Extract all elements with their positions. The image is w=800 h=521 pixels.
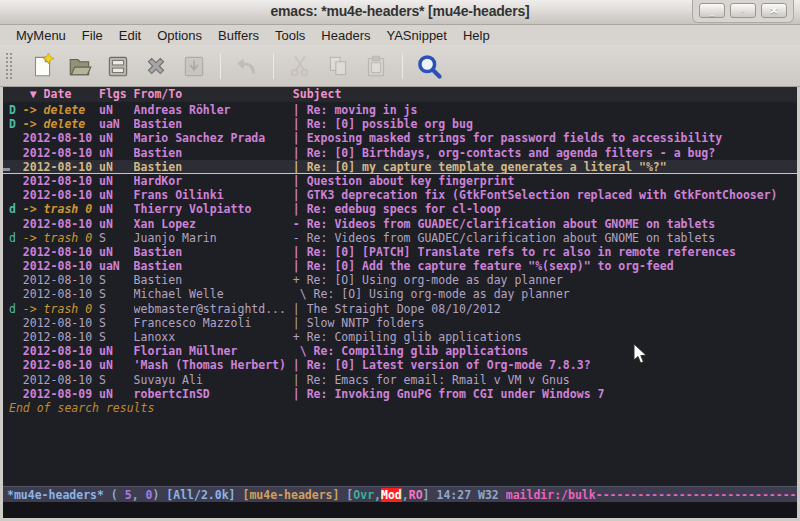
message-from: Mario Sanchez Prada [134, 131, 293, 145]
window-title: emacs: *mu4e-headers* [mu4e-headers] [0, 3, 800, 19]
modeline-segment: , [132, 488, 146, 502]
message-row[interactable]: 2012-08-10uaNBastien| Re: [0] Add the ca… [3, 259, 797, 273]
window-controls: _▫✕ [692, 0, 794, 23]
delete-button[interactable] [141, 51, 171, 81]
toolbar-grip-handle[interactable] [5, 52, 13, 80]
mark-flag: d [9, 302, 23, 316]
message-row[interactable]: 2012-08-10uN'Mash (Thomas Herbert)| Re: … [3, 358, 797, 372]
new-file-button[interactable] [27, 51, 57, 81]
save-as-button [179, 51, 209, 81]
modeline-segment: , [402, 488, 409, 502]
toolbar [0, 45, 800, 87]
message-row[interactable]: 2012-08-10uNXan Lopez- Re: Videos from G… [3, 217, 797, 231]
message-from: Bastien [134, 117, 293, 131]
message-row[interactable]: 2012-08-10uNFlorian Müllner \ Re: Compil… [3, 344, 797, 358]
emacs-window: emacs: *mu4e-headers* [mu4e-headers] _▫✕… [0, 0, 800, 521]
message-subject: | Re: [0] possible org bug [293, 117, 797, 131]
message-row[interactable]: 2012-08-10SBastien+ Re: [O] Using org-mo… [3, 273, 797, 287]
save-button[interactable] [103, 51, 133, 81]
menu-edit[interactable]: Edit [111, 26, 149, 45]
message-row[interactable]: 2012-08-10SFrancesco Mazzoli| Slow NNTP … [3, 316, 797, 330]
column-header-subject[interactable]: Subject [293, 87, 797, 102]
menu-help[interactable]: Help [455, 26, 498, 45]
modeline-segment: *mu4e-headers* [7, 488, 104, 502]
message-row[interactable]: 2012-08-10uNFrans Oilinki| GTK3 deprecat… [3, 188, 797, 202]
search-button[interactable] [414, 51, 444, 81]
column-header-date[interactable]: ▼ Date [23, 87, 99, 102]
message-flags: uaN [99, 117, 134, 131]
message-subject: | Exposing masked strings for password f… [293, 131, 797, 145]
message-row[interactable]: D-> deleteuNAndreas Röhler| Re: moving i… [3, 103, 797, 117]
open-folder-button[interactable] [65, 51, 95, 81]
menu-headers[interactable]: Headers [313, 26, 378, 45]
mark-flag [9, 146, 23, 160]
message-subject: | Re: [0] Birthdays, org-contacts and ag… [293, 146, 797, 160]
message-row[interactable]: 2012-08-10uNBastien| Re: [0] my capture … [3, 160, 797, 174]
pending-action: -> trash 0 [23, 302, 99, 316]
cut-icon [287, 53, 313, 79]
menu-buffers[interactable]: Buffers [210, 26, 267, 45]
message-row[interactable]: d-> trash 0uNThierry Volpiatto| Re: edeb… [3, 202, 797, 216]
modeline-segment [236, 488, 243, 502]
end-of-results-text: End of search results [3, 401, 797, 415]
mark-flag [9, 259, 23, 273]
mark-flag: d [9, 231, 23, 245]
menu-options[interactable]: Options [149, 26, 210, 45]
message-subject: + Re: [O] Using org-mode as day planner [293, 273, 797, 287]
message-row[interactable]: 2012-08-10uNHardKor| Question about key … [3, 174, 797, 188]
message-flags: S [99, 231, 134, 245]
column-header-flags[interactable]: Flgs [99, 87, 134, 102]
paste-icon [363, 53, 389, 79]
message-date: 2012-08-10 [23, 131, 99, 145]
undo-icon [234, 53, 260, 79]
mark-flag [9, 188, 23, 202]
message-row[interactable]: 2012-08-10uNMario Sanchez Prada| Exposin… [3, 131, 797, 145]
message-row[interactable]: d-> trash 0SJuanjo Marin- Re: Videos fro… [3, 231, 797, 245]
message-date: 2012-08-10 [23, 273, 99, 287]
message-subject: | Slow NNTP folders [293, 316, 797, 330]
mark-flag: D [9, 117, 23, 131]
maximize-button[interactable]: ▫ [730, 3, 756, 18]
echo-area[interactable] [3, 502, 797, 518]
message-flags: uN [99, 245, 134, 259]
message-date: 2012-08-10 [23, 316, 99, 330]
mark-flag [9, 273, 23, 287]
message-from: Lanoxx [134, 330, 293, 344]
message-row[interactable]: 2012-08-09uNrobertcInSD| Re: Invoking Gn… [3, 387, 797, 401]
message-flags: uN [99, 202, 134, 216]
save-icon [105, 53, 131, 79]
cut-button [285, 51, 315, 81]
message-from: Bastien [134, 259, 293, 273]
close-button[interactable]: ✕ [761, 3, 787, 18]
message-row[interactable]: 2012-08-10SMichael Welle \ Re: [O] Using… [3, 287, 797, 301]
message-row[interactable]: D-> deleteuaNBastien| Re: [0] possible o… [3, 117, 797, 131]
message-from: Andreas Röhler [134, 103, 293, 117]
menu-tools[interactable]: Tools [267, 26, 313, 45]
message-row[interactable]: 2012-08-10SLanoxx+ Re: Compiling glib ap… [3, 330, 797, 344]
message-row[interactable]: 2012-08-10SSuvayu Ali| Re: Emacs for ema… [3, 373, 797, 387]
message-subject: | Re: edebug specs for cl-loop [293, 202, 797, 216]
message-row[interactable]: 2012-08-10uNBastien| Re: [0] Birthdays, … [3, 146, 797, 160]
message-flags: uN [99, 131, 134, 145]
message-from: Bastien [134, 146, 293, 160]
minimize-button[interactable]: _ [699, 3, 725, 18]
pending-action: -> delete [23, 103, 99, 117]
message-subject: - Re: Videos from GUADEC/clarification a… [293, 217, 797, 231]
menu-file[interactable]: File [74, 26, 111, 45]
modeline-segment: 14:27 [436, 488, 471, 502]
mark-flag [9, 131, 23, 145]
message-row[interactable]: 2012-08-10uNBastien| Re: [0] [PATCH] Tra… [3, 245, 797, 259]
message-from: Florian Müllner [134, 344, 293, 358]
mark-flag [9, 245, 23, 259]
modeline-segment: ---------------------------------- [596, 488, 797, 502]
mark-flag [9, 217, 23, 231]
message-row[interactable]: d-> trash 0Swebmaster@straightd...| The … [3, 302, 797, 316]
menu-mymenu[interactable]: MyMenu [8, 26, 74, 45]
column-header-from[interactable]: From/To [134, 87, 293, 102]
copy-button [323, 51, 353, 81]
delete-icon [143, 53, 169, 79]
menu-yasnippet[interactable]: YASnippet [378, 26, 454, 45]
undo-button [232, 51, 262, 81]
mark-flag [9, 174, 23, 188]
message-subject: | GTK3 deprecation fix (GtkFontSelection… [293, 188, 797, 202]
